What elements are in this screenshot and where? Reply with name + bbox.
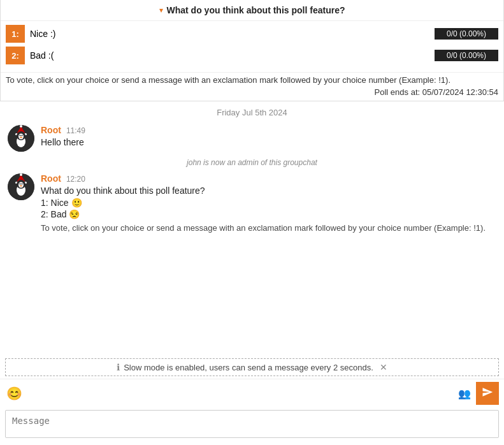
message-text-1: Hello there	[41, 136, 496, 149]
poll-ends: Poll ends at: 05/07/2024 12:30:54	[1, 86, 503, 101]
svg-point-18	[22, 184, 23, 185]
emoji-button[interactable]: 😊	[5, 384, 24, 402]
message-poll-question: What do you think about this poll featur…	[41, 185, 496, 198]
poll-msg-option-1-emoji: 🙂	[71, 198, 82, 208]
poll-collapse-chevron[interactable]: ▾	[159, 6, 163, 15]
poll-msg-option-1: 1: Nice 🙂	[41, 198, 496, 208]
svg-point-6	[18, 134, 24, 140]
avatar-root-1	[8, 125, 34, 152]
send-button[interactable]	[476, 382, 499, 405]
group-members-button[interactable]: 👥	[456, 386, 473, 401]
message-input-row	[0, 407, 504, 445]
poll-choice-label-2: Bad :(	[30, 50, 429, 61]
message-time-1: 11:49	[66, 126, 85, 135]
message-input[interactable]	[5, 410, 499, 438]
poll-section: ▾ What do you think about this poll feat…	[0, 0, 504, 101]
svg-point-19	[20, 186, 22, 187]
poll-msg-instruction: To vote, click on your choice or send a …	[41, 222, 496, 235]
svg-point-16	[18, 182, 24, 188]
poll-title: What do you think about this poll featur…	[167, 5, 345, 15]
message-username-2: Root	[41, 173, 61, 184]
svg-point-13	[20, 173, 22, 176]
slow-mode-close-icon[interactable]: ✕	[380, 362, 387, 372]
slow-mode-bar: ℹ Slow mode is enabled, users can send a…	[5, 358, 499, 376]
poll-choice-row-1[interactable]: 1: Nice :) 0/0 (0.00%)	[6, 25, 498, 43]
message-content-2: Root 12:20 What do you think about this …	[41, 173, 496, 234]
svg-point-8	[22, 135, 23, 136]
poll-header: ▾ What do you think about this poll feat…	[1, 0, 503, 21]
svg-point-7	[20, 135, 21, 136]
message-row-2: Root 12:20 What do you think about this …	[0, 171, 504, 237]
chat-area: Friday Jul 5th 2024	[0, 101, 504, 356]
poll-choices: 1: Nice :) 0/0 (0.00%) 2: Bad :( 0/0 (0.…	[1, 21, 503, 72]
poll-choice-number-1: 1:	[6, 25, 25, 43]
message-row-1: Root 11:49 Hello there	[0, 122, 504, 154]
poll-msg-option-2-emoji: 😒	[69, 209, 80, 219]
system-message-1: john is now an admin of this groupchat	[0, 156, 504, 170]
group-members-icon: 👥	[458, 388, 471, 399]
message-meta-2: Root 12:20	[41, 173, 496, 184]
message-time-2: 12:20	[66, 175, 85, 184]
poll-choice-number-2: 2:	[6, 47, 25, 64]
svg-point-9	[20, 137, 22, 138]
toolbar-right: 👥	[456, 382, 499, 405]
svg-point-3	[20, 125, 22, 128]
poll-vote-bar-1: 0/0 (0.00%)	[435, 28, 498, 40]
poll-msg-option-1-number: 1: Nice	[41, 198, 69, 208]
poll-msg-option-2: 2: Bad 😒	[41, 209, 496, 219]
avatar-root-2	[8, 173, 34, 200]
input-toolbar: 😊 👥	[0, 379, 504, 407]
poll-msg-option-2-number: 2: Bad	[41, 209, 66, 219]
info-icon: ℹ	[117, 362, 120, 372]
poll-choice-label-1: Nice :)	[30, 29, 429, 39]
message-username-1: Root	[41, 125, 61, 135]
slow-mode-text: Slow mode is enabled, users can send a m…	[124, 363, 373, 372]
message-content-1: Root 11:49 Hello there	[41, 125, 496, 149]
poll-vote-bar-2: 0/0 (0.00%)	[435, 50, 498, 61]
send-icon	[482, 386, 493, 401]
poll-choice-row-2[interactable]: 2: Bad :( 0/0 (0.00%)	[6, 47, 498, 64]
svg-point-17	[20, 184, 21, 185]
poll-instruction: To vote, click on your choice or send a …	[1, 72, 503, 86]
date-separator: Friday Jul 5th 2024	[0, 101, 504, 122]
message-meta-1: Root 11:49	[41, 125, 496, 135]
